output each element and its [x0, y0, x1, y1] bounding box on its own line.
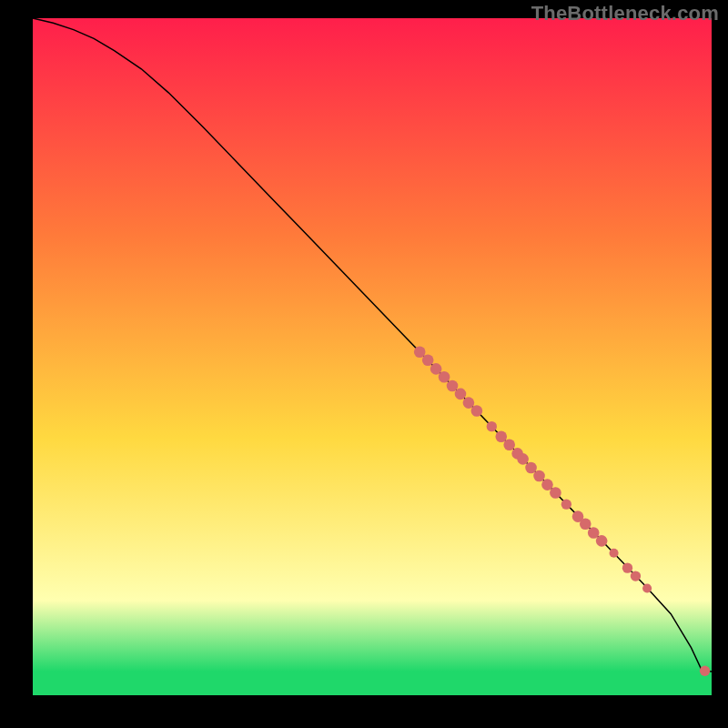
scatter-dot: [642, 583, 652, 592]
scatter-dot: [447, 380, 459, 392]
scatter-dot: [463, 397, 475, 409]
plot-background: [33, 18, 712, 695]
scatter-dot: [503, 439, 515, 450]
scatter-dot: [610, 549, 619, 558]
scatter-dot: [622, 562, 632, 572]
scatter-dot: [414, 346, 426, 358]
chart-stage: TheBottleneck.com: [0, 0, 728, 728]
scatter-dot: [487, 421, 497, 431]
scatter-dot: [422, 354, 434, 366]
scatter-dot: [588, 527, 600, 539]
scatter-dot: [430, 363, 442, 375]
chart-svg: [0, 0, 728, 728]
scatter-dot: [471, 405, 483, 417]
scatter-dot: [439, 371, 450, 383]
scatter-dot: [596, 535, 608, 547]
scatter-dot: [495, 430, 507, 442]
scatter-dot: [525, 462, 537, 474]
scatter-dot: [550, 487, 561, 499]
scatter-dot: [580, 518, 592, 530]
scatter-dot: [541, 479, 553, 490]
scatter-dot: [700, 666, 710, 676]
scatter-dot: [517, 453, 529, 465]
scatter-dot: [455, 389, 467, 400]
scatter-dot: [631, 571, 641, 581]
scatter-dot: [533, 470, 545, 482]
watermark-label: TheBottleneck.com: [531, 2, 719, 25]
scatter-dot: [561, 500, 571, 510]
